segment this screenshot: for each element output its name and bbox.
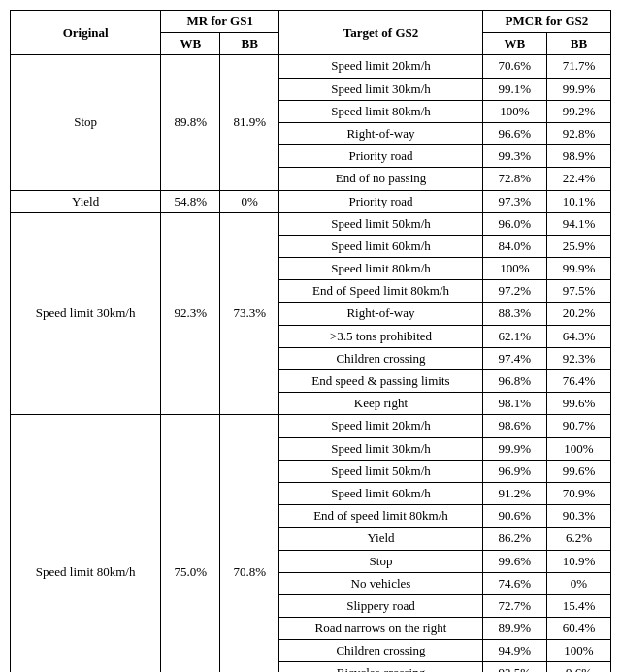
col-pmcr-gs2: PMCR for GS2 <box>482 11 610 33</box>
target-name: Speed limit 50km/h <box>279 460 483 482</box>
pmcr-bb-value: 97.5% <box>546 280 610 303</box>
pmcr-bb-value: 90.3% <box>546 505 610 528</box>
pmcr-wb-value: 99.1% <box>482 78 546 100</box>
mr-wb-value: 75.0% <box>161 415 220 672</box>
pmcr-bb-value: 99.6% <box>546 393 610 415</box>
target-name: End speed & passing limits <box>279 370 483 393</box>
pmcr-bb-value: 99.9% <box>546 258 610 280</box>
target-name: Speed limit 20km/h <box>279 55 483 78</box>
table-body: Stop89.8%81.9%Speed limit 20km/h70.6%71.… <box>11 55 611 672</box>
pmcr-wb-value: 74.6% <box>482 572 546 594</box>
pmcr-bb-value: 99.9% <box>546 78 610 100</box>
pmcr-bb-value: 92.8% <box>546 122 610 144</box>
results-table: Original MR for GS1 Target of GS2 PMCR f… <box>10 10 611 672</box>
col-original: Original <box>11 11 161 55</box>
mr-bb-value: 0% <box>220 190 279 212</box>
pmcr-wb-value: 99.3% <box>482 145 546 168</box>
target-name: No vehicles <box>279 572 483 594</box>
pmcr-wb-value: 99.9% <box>482 437 546 460</box>
pmcr-bb-value: 99.6% <box>546 460 610 482</box>
table-row: Yield54.8%0%Priority road97.3%10.1% <box>11 190 611 212</box>
group-label: Stop <box>11 55 161 190</box>
pmcr-wb-value: 96.9% <box>482 460 546 482</box>
target-name: >3.5 tons prohibited <box>279 325 483 347</box>
col-mr-gs1: MR for GS1 <box>161 11 279 33</box>
pmcr-bb-value: 92.3% <box>546 347 610 369</box>
mr-bb-value: 73.3% <box>220 212 279 415</box>
target-name: Speed limit 80km/h <box>279 258 483 280</box>
pmcr-bb-value: 15.4% <box>546 594 610 617</box>
pmcr-bb-value: 10.9% <box>546 550 610 572</box>
target-name: Priority road <box>279 190 483 212</box>
table-row: Stop89.8%81.9%Speed limit 20km/h70.6%71.… <box>11 55 611 78</box>
pmcr-wb-value: 99.6% <box>482 550 546 572</box>
pmcr-wb-value: 97.4% <box>482 347 546 369</box>
target-name: Speed limit 30km/h <box>279 437 483 460</box>
pmcr-wb-value: 88.3% <box>482 303 546 325</box>
pmcr-bb-value: 9.6% <box>546 662 610 672</box>
target-name: Right-of-way <box>279 122 483 144</box>
pmcr-bb-value: 0% <box>546 572 610 594</box>
pmcr-bb-value: 76.4% <box>546 370 610 393</box>
pmcr-bb-value: 100% <box>546 640 610 662</box>
pmcr-bb-value: 71.7% <box>546 55 610 78</box>
pmcr-wb-value: 100% <box>482 258 546 280</box>
mr-wb-value: 92.3% <box>161 212 220 415</box>
target-name: Bicycles crossing <box>279 662 483 672</box>
col-mr-bb: BB <box>220 33 279 55</box>
pmcr-wb-value: 70.6% <box>482 55 546 78</box>
pmcr-wb-value: 72.7% <box>482 594 546 617</box>
pmcr-wb-value: 72.8% <box>482 168 546 190</box>
target-name: Speed limit 60km/h <box>279 235 483 257</box>
table-row: Speed limit 30km/h92.3%73.3%Speed limit … <box>11 212 611 235</box>
pmcr-wb-value: 96.0% <box>482 212 546 235</box>
pmcr-bb-value: 100% <box>546 437 610 460</box>
header-row-1: Original MR for GS1 Target of GS2 PMCR f… <box>11 11 611 33</box>
target-name: End of speed limit 80km/h <box>279 505 483 528</box>
pmcr-wb-value: 94.9% <box>482 640 546 662</box>
pmcr-bb-value: 90.7% <box>546 415 610 437</box>
pmcr-wb-value: 97.3% <box>482 190 546 212</box>
target-name: Keep right <box>279 393 483 415</box>
pmcr-wb-value: 62.1% <box>482 325 546 347</box>
group-label: Speed limit 30km/h <box>11 212 161 415</box>
group-label: Speed limit 80km/h <box>11 415 161 672</box>
target-name: Road narrows on the right <box>279 618 483 640</box>
mr-bb-value: 81.9% <box>220 55 279 190</box>
target-name: Slippery road <box>279 594 483 617</box>
pmcr-bb-value: 94.1% <box>546 212 610 235</box>
pmcr-wb-value: 98.6% <box>482 415 546 437</box>
target-name: Speed limit 80km/h <box>279 100 483 122</box>
pmcr-wb-value: 98.1% <box>482 393 546 415</box>
target-name: Yield <box>279 528 483 550</box>
target-name: Stop <box>279 550 483 572</box>
pmcr-wb-value: 96.8% <box>482 370 546 393</box>
target-name: Right-of-way <box>279 303 483 325</box>
pmcr-wb-value: 92.5% <box>482 662 546 672</box>
pmcr-bb-value: 60.4% <box>546 618 610 640</box>
target-name: Children crossing <box>279 347 483 369</box>
group-label: Yield <box>11 190 161 212</box>
table-row: Speed limit 80km/h75.0%70.8%Speed limit … <box>11 415 611 437</box>
pmcr-bb-value: 6.2% <box>546 528 610 550</box>
pmcr-bb-value: 64.3% <box>546 325 610 347</box>
pmcr-wb-value: 90.6% <box>482 505 546 528</box>
mr-bb-value: 70.8% <box>220 415 279 672</box>
mr-wb-value: 54.8% <box>161 190 220 212</box>
pmcr-bb-value: 10.1% <box>546 190 610 212</box>
target-name: End of Speed limit 80km/h <box>279 280 483 303</box>
pmcr-wb-value: 86.2% <box>482 528 546 550</box>
target-name: Speed limit 50km/h <box>279 212 483 235</box>
pmcr-bb-value: 22.4% <box>546 168 610 190</box>
pmcr-wb-value: 89.9% <box>482 618 546 640</box>
pmcr-bb-value: 98.9% <box>546 145 610 168</box>
pmcr-bb-value: 99.2% <box>546 100 610 122</box>
pmcr-wb-value: 84.0% <box>482 235 546 257</box>
col-target-gs2: Target of GS2 <box>279 11 483 55</box>
target-name: Speed limit 20km/h <box>279 415 483 437</box>
target-name: Children crossing <box>279 640 483 662</box>
col-pmcr-wb: WB <box>482 33 546 55</box>
pmcr-bb-value: 20.2% <box>546 303 610 325</box>
target-name: Speed limit 30km/h <box>279 78 483 100</box>
target-name: End of no passing <box>279 168 483 190</box>
